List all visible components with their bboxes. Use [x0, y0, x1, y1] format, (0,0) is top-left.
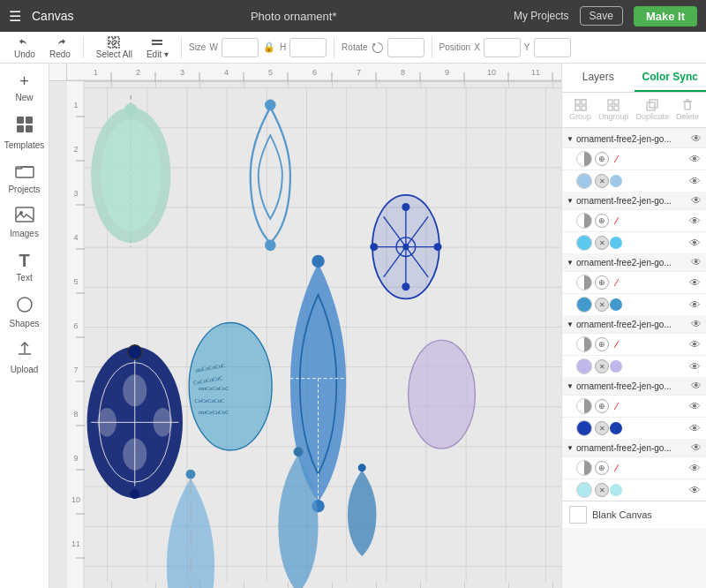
- layer-item-3b[interactable]: ✕ 👁: [562, 293, 706, 315]
- duplicate-button[interactable]: Duplicate: [633, 97, 673, 123]
- sidebar-item-upload[interactable]: Upload: [3, 335, 47, 380]
- layer-swatch-3b[interactable]: [576, 297, 592, 313]
- circle-x-icon-4b[interactable]: ✕: [595, 359, 609, 373]
- score-icon-2a[interactable]: ∕: [610, 214, 624, 228]
- visibility-toggle-2[interactable]: 👁: [691, 194, 702, 207]
- height-input[interactable]: [289, 38, 327, 57]
- save-button[interactable]: Save: [580, 6, 623, 26]
- canvas-background[interactable]: 1 2 3 4 5 6 7 8 9 10 11: [67, 81, 561, 588]
- score-icon-6a[interactable]: ∕: [610, 461, 624, 475]
- layer-swatch-2a[interactable]: [576, 213, 592, 229]
- layer-swatch-6a[interactable]: [576, 460, 592, 476]
- select-all-button[interactable]: Select All: [91, 34, 138, 61]
- score-icon-3a[interactable]: ∕: [610, 275, 624, 290]
- sidebar-item-templates[interactable]: Templates: [3, 109, 47, 155]
- cut-icon-1a[interactable]: ⊕: [595, 152, 609, 166]
- color-dot-3b[interactable]: [610, 298, 622, 311]
- layer-group-header-3[interactable]: ▼ ornament-free2-jen-go... 👁: [562, 253, 706, 271]
- sidebar-item-images[interactable]: Images: [3, 201, 47, 244]
- cut-icon-3a[interactable]: ⊕: [595, 275, 609, 290]
- layer-swatch-4a[interactable]: [576, 336, 592, 352]
- layer-swatch-4b[interactable]: [576, 358, 592, 374]
- rotate-input[interactable]: [387, 38, 424, 57]
- layer-swatch-2b[interactable]: [576, 235, 592, 251]
- layer-swatch-1a[interactable]: [576, 151, 592, 167]
- score-icon-4a[interactable]: ∕: [610, 337, 624, 351]
- y-input[interactable]: [534, 38, 571, 57]
- layer-item-6b[interactable]: ✕ 👁: [562, 479, 706, 501]
- visibility-toggle-6[interactable]: 👁: [691, 441, 702, 454]
- cut-icon-6a[interactable]: ⊕: [595, 461, 609, 475]
- sidebar-item-new[interactable]: + New: [3, 67, 47, 108]
- score-icon-5a[interactable]: ∕: [610, 399, 624, 413]
- eye-icon-5b[interactable]: 👁: [689, 422, 701, 435]
- circle-x-icon-2b[interactable]: ✕: [595, 236, 609, 250]
- eye-icon-1b[interactable]: 👁: [689, 175, 701, 188]
- layer-swatch-6b[interactable]: [576, 482, 592, 498]
- eye-icon-4a[interactable]: 👁: [689, 338, 701, 351]
- visibility-toggle-5[interactable]: 👁: [691, 380, 702, 392]
- canvas-area[interactable]: 1 2 3 4 5 6 7 8 9 10 11 1 2: [49, 64, 561, 588]
- layer-item-1a[interactable]: ⊕ ∕ 👁: [562, 147, 706, 170]
- eye-icon-2a[interactable]: 👁: [689, 215, 701, 228]
- lock-icon[interactable]: 🔒: [262, 41, 276, 55]
- color-dot-4b[interactable]: [610, 360, 622, 373]
- eye-icon-1a[interactable]: 👁: [689, 153, 701, 166]
- color-dot-1b[interactable]: [610, 175, 622, 187]
- eye-icon-2b[interactable]: 👁: [689, 237, 701, 250]
- layer-swatch-5b[interactable]: [576, 420, 592, 436]
- layer-group-header-2[interactable]: ▼ ornament-free2-jen-go... 👁: [562, 192, 706, 209]
- visibility-toggle-4[interactable]: 👁: [691, 318, 702, 330]
- layer-group-header-4[interactable]: ▼ ornament-free2-jen-go... 👁: [562, 315, 706, 333]
- make-it-button[interactable]: Make It: [634, 6, 697, 26]
- color-dot-5b[interactable]: [610, 422, 622, 434]
- edit-button[interactable]: Edit ▾: [141, 34, 174, 61]
- tab-color-sync[interactable]: Color Sync: [635, 64, 707, 92]
- layer-item-2a[interactable]: ⊕ ∕ 👁: [562, 209, 706, 231]
- layer-swatch-5a[interactable]: [576, 398, 592, 414]
- color-dot-6b[interactable]: [610, 484, 622, 496]
- group-button[interactable]: Group: [566, 97, 595, 123]
- layer-item-3a[interactable]: ⊕ ∕ 👁: [562, 271, 706, 293]
- sidebar-item-shapes[interactable]: Shapes: [3, 290, 47, 334]
- layer-item-5a[interactable]: ⊕ ∕ 👁: [562, 395, 706, 417]
- redo-button[interactable]: Redo: [44, 34, 76, 61]
- eye-icon-4b[interactable]: 👁: [689, 360, 701, 373]
- visibility-toggle-3[interactable]: 👁: [691, 256, 702, 268]
- cut-icon-2a[interactable]: ⊕: [595, 214, 609, 228]
- circle-x-icon-6b[interactable]: ✕: [595, 483, 609, 497]
- canvas-ornaments-svg[interactable]: otoCoCoCoC CoCoCoCoC otoCoCoCoC CoCoCoCo…: [67, 81, 561, 588]
- layer-item-6a[interactable]: ⊕ ∕ 👁: [562, 456, 706, 479]
- cut-icon-5a[interactable]: ⊕: [595, 399, 609, 413]
- ornament-purple[interactable]: [409, 340, 476, 449]
- ungroup-button[interactable]: Ungroup: [595, 97, 633, 123]
- sidebar-item-text[interactable]: T Text: [3, 245, 47, 288]
- eye-icon-5a[interactable]: 👁: [689, 400, 701, 413]
- blank-canvas-swatch[interactable]: [569, 506, 587, 524]
- visibility-toggle-1[interactable]: 👁: [691, 132, 702, 145]
- tab-layers[interactable]: Layers: [562, 64, 635, 92]
- blank-canvas-row[interactable]: Blank Canvas: [562, 501, 706, 528]
- layer-group-header-1[interactable]: ▼ ornament-free2-jen-go... 👁: [562, 130, 706, 147]
- circle-x-icon-1b[interactable]: ✕: [595, 174, 609, 188]
- color-dot-2b[interactable]: [610, 237, 622, 249]
- x-input[interactable]: [484, 38, 521, 57]
- layer-item-4b[interactable]: ✕ 👁: [562, 355, 706, 377]
- ornament-text-pattern[interactable]: otoCoCoCoC CoCoCoCoC otoCoCoCoC CoCoCoCo…: [189, 322, 272, 450]
- eye-icon-6b[interactable]: 👁: [689, 484, 701, 497]
- hamburger-menu[interactable]: ☰: [9, 8, 21, 25]
- circle-x-icon-5b[interactable]: ✕: [595, 421, 609, 435]
- eye-icon-3a[interactable]: 👁: [689, 276, 701, 290]
- circle-x-icon-3b[interactable]: ✕: [595, 298, 609, 312]
- layer-swatch-1b[interactable]: [576, 173, 592, 189]
- sidebar-item-projects[interactable]: Projects: [3, 157, 47, 200]
- score-icon-1a[interactable]: ∕: [610, 152, 624, 166]
- layer-group-header-6[interactable]: ▼ ornament-free2-jen-go... 👁: [562, 439, 706, 456]
- eye-icon-3b[interactable]: 👁: [689, 298, 701, 312]
- cut-icon-4a[interactable]: ⊕: [595, 337, 609, 351]
- layer-item-2b[interactable]: ✕ 👁: [562, 231, 706, 253]
- layer-item-1b[interactable]: ✕ 👁: [562, 170, 706, 192]
- layer-swatch-3a[interactable]: [576, 275, 592, 290]
- layer-item-4a[interactable]: ⊕ ∕ 👁: [562, 333, 706, 355]
- delete-button[interactable]: Delete: [672, 97, 702, 123]
